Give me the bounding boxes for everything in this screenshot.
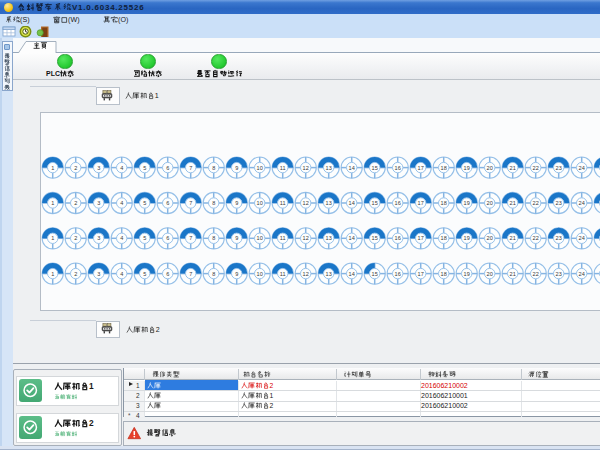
svg-text:18: 18 xyxy=(440,200,446,206)
svg-text:22: 22 xyxy=(532,271,538,277)
svg-text:15: 15 xyxy=(371,236,377,242)
svg-text:6: 6 xyxy=(166,271,169,277)
svg-text:7: 7 xyxy=(189,165,192,171)
svg-text:14: 14 xyxy=(348,165,354,171)
svg-text:23: 23 xyxy=(555,165,561,171)
svg-text:15: 15 xyxy=(371,165,377,171)
svg-text:24: 24 xyxy=(578,236,584,242)
svg-text:8: 8 xyxy=(212,271,215,277)
svg-text:11: 11 xyxy=(279,271,285,277)
svg-text:19: 19 xyxy=(463,271,469,277)
svg-text:12: 12 xyxy=(302,200,308,206)
svg-text:15: 15 xyxy=(371,200,377,206)
svg-text:1: 1 xyxy=(51,165,54,171)
svg-text:1: 1 xyxy=(51,271,54,277)
svg-text:5: 5 xyxy=(143,200,146,206)
svg-text:2: 2 xyxy=(270,381,274,388)
svg-text:8: 8 xyxy=(212,236,215,242)
svg-text:9: 9 xyxy=(235,271,238,277)
svg-text:7: 7 xyxy=(189,271,192,277)
svg-text:24: 24 xyxy=(578,271,584,277)
svg-text:24: 24 xyxy=(578,165,584,171)
svg-text:4: 4 xyxy=(120,236,123,242)
svg-text:2: 2 xyxy=(155,326,159,333)
svg-text:12: 12 xyxy=(302,236,308,242)
svg-text:1: 1 xyxy=(154,92,158,99)
svg-text:9: 9 xyxy=(235,165,238,171)
svg-text:18: 18 xyxy=(440,271,446,277)
svg-text:10: 10 xyxy=(256,200,262,206)
svg-text:3: 3 xyxy=(97,200,100,206)
svg-text:2: 2 xyxy=(74,271,77,277)
svg-text:18: 18 xyxy=(440,165,446,171)
svg-text:5: 5 xyxy=(143,165,146,171)
svg-text:(S): (S) xyxy=(20,16,30,24)
svg-text:(W): (W) xyxy=(68,16,80,24)
svg-text:10: 10 xyxy=(256,165,262,171)
svg-text:13: 13 xyxy=(325,271,331,277)
svg-text:14: 14 xyxy=(348,271,354,277)
svg-text:9: 9 xyxy=(235,200,238,206)
svg-text:2: 2 xyxy=(270,402,274,409)
svg-text:19: 19 xyxy=(463,165,469,171)
svg-text:21: 21 xyxy=(509,236,515,242)
svg-text:10: 10 xyxy=(256,236,262,242)
svg-text:13: 13 xyxy=(325,200,331,206)
svg-text:17: 17 xyxy=(417,165,423,171)
svg-text:11: 11 xyxy=(279,236,285,242)
svg-text:23: 23 xyxy=(555,236,561,242)
svg-text:17: 17 xyxy=(417,200,423,206)
svg-text:22: 22 xyxy=(532,236,538,242)
svg-text:21: 21 xyxy=(509,165,515,171)
svg-text:1: 1 xyxy=(270,392,274,399)
svg-text:4: 4 xyxy=(120,200,123,206)
svg-text:5: 5 xyxy=(143,236,146,242)
svg-text:17: 17 xyxy=(417,271,423,277)
svg-text:3: 3 xyxy=(97,165,100,171)
svg-text:10: 10 xyxy=(256,271,262,277)
svg-text:16: 16 xyxy=(394,165,400,171)
svg-text:3: 3 xyxy=(97,271,100,277)
svg-text:2: 2 xyxy=(89,418,94,428)
svg-text:1: 1 xyxy=(51,200,54,206)
svg-text:11: 11 xyxy=(279,165,285,171)
svg-text:20: 20 xyxy=(486,271,492,277)
svg-text:13: 13 xyxy=(325,165,331,171)
svg-text:16: 16 xyxy=(394,200,400,206)
svg-text:2: 2 xyxy=(74,236,77,242)
svg-text:4: 4 xyxy=(120,271,123,277)
svg-text:12: 12 xyxy=(302,165,308,171)
svg-text:8: 8 xyxy=(212,165,215,171)
svg-text:4: 4 xyxy=(120,165,123,171)
svg-text:6: 6 xyxy=(166,200,169,206)
svg-text:19: 19 xyxy=(463,200,469,206)
svg-text:V1.0.6034.25526: V1.0.6034.25526 xyxy=(72,2,144,11)
svg-text:14: 14 xyxy=(348,200,354,206)
svg-text:16: 16 xyxy=(394,236,400,242)
svg-text:7: 7 xyxy=(189,236,192,242)
svg-text:18: 18 xyxy=(440,236,446,242)
svg-text:11: 11 xyxy=(279,200,285,206)
svg-text:2: 2 xyxy=(74,165,77,171)
svg-text:(O): (O) xyxy=(118,16,128,24)
svg-text:21: 21 xyxy=(509,271,515,277)
svg-text:20: 20 xyxy=(486,165,492,171)
svg-text:9: 9 xyxy=(235,236,238,242)
svg-text:23: 23 xyxy=(555,271,561,277)
svg-text:8: 8 xyxy=(212,200,215,206)
svg-text:16: 16 xyxy=(394,271,400,277)
svg-text:2: 2 xyxy=(74,200,77,206)
svg-text:7: 7 xyxy=(189,200,192,206)
svg-text:PLC: PLC xyxy=(46,70,60,77)
svg-text:22: 22 xyxy=(532,165,538,171)
svg-text:17: 17 xyxy=(417,236,423,242)
svg-text:6: 6 xyxy=(166,165,169,171)
svg-text:14: 14 xyxy=(348,236,354,242)
svg-text:5: 5 xyxy=(143,271,146,277)
svg-text:3: 3 xyxy=(97,236,100,242)
svg-text:6: 6 xyxy=(166,236,169,242)
svg-text:13: 13 xyxy=(325,236,331,242)
svg-text:21: 21 xyxy=(509,200,515,206)
svg-text:1: 1 xyxy=(89,381,94,391)
svg-text:15: 15 xyxy=(371,271,377,277)
